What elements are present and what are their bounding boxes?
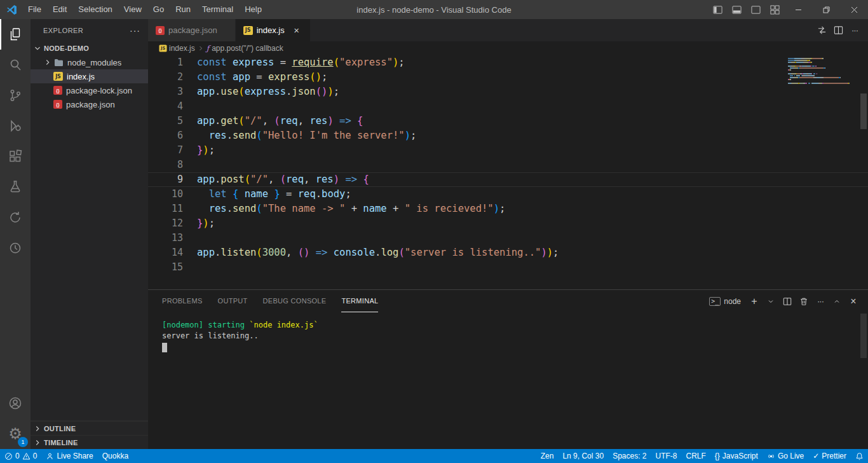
activity-accounts[interactable] (0, 388, 31, 418)
tab-package-json[interactable]: {} package.json (148, 19, 236, 41)
quokka-status[interactable]: Quokka (98, 449, 133, 463)
code-line-3[interactable]: 3app.use(express.json()); (148, 85, 868, 99)
minimap-line (788, 66, 859, 67)
beaker-icon (8, 179, 23, 195)
notifications-status[interactable] (851, 449, 868, 463)
tree-item-index-js[interactable]: JS index.js (31, 69, 148, 83)
timeline-section[interactable]: TIMELINE (31, 435, 148, 449)
toggle-panel-icon[interactable] (727, 0, 746, 19)
breadcrumb-file[interactable]: index.js (169, 44, 195, 53)
activity-testing[interactable] (0, 172, 31, 202)
split-terminal-icon[interactable] (780, 294, 794, 308)
outline-section[interactable]: OUTLINE (31, 421, 148, 435)
panel-tab-terminal[interactable]: TERMINAL (341, 291, 378, 312)
code-line-4[interactable]: 4 (148, 99, 868, 114)
breadcrumb-symbol[interactable]: app.post("/") callback (212, 44, 283, 53)
menu-view[interactable]: View (118, 0, 147, 19)
code-line-13[interactable]: 13 (148, 231, 868, 245)
tree-item-package-json[interactable]: {} package.json (31, 97, 148, 111)
panel-tab-problems[interactable]: PROBLEMS (162, 291, 203, 312)
minimize-button[interactable] (784, 0, 812, 19)
code-line-6[interactable]: 6 res.send("Hello! I'm the server!"); (148, 128, 868, 143)
terminal-shell-picker[interactable]: >_ node (709, 297, 741, 306)
code-line-10[interactable]: 10 let { name } = req.body; (148, 187, 868, 202)
go-live-status[interactable]: Go Live (763, 449, 808, 463)
menu-help[interactable]: Help (239, 0, 268, 19)
code-line-12[interactable]: 12}); (148, 216, 868, 231)
problems-status[interactable]: 0 0 (0, 449, 41, 463)
minimap-line (788, 62, 859, 63)
activity-bar: ⚙ 1 (0, 19, 31, 449)
indentation-status[interactable]: Spaces: 2 (608, 449, 651, 463)
toggle-primary-sidebar-icon[interactable] (708, 0, 727, 19)
code-line-5[interactable]: 5app.get("/", (req, res) => { (148, 114, 868, 128)
menu-bar: File Edit Selection View Go Run Terminal… (22, 0, 268, 19)
activity-run-debug[interactable] (0, 111, 31, 141)
menu-go[interactable]: Go (147, 0, 170, 19)
tab-index-js[interactable]: JS index.js × (236, 19, 311, 41)
terminal[interactable]: [nodemon] starting `node index.js`server… (148, 312, 868, 449)
maximize-panel-icon[interactable] (830, 294, 844, 308)
activity-search[interactable] (0, 50, 31, 80)
language-status[interactable]: {} JavaScript (710, 449, 763, 463)
panel-tab-debug-console[interactable]: DEBUG CONSOLE (263, 291, 327, 312)
menu-terminal[interactable]: Terminal (196, 0, 239, 19)
code-line-9[interactable]: 9app.post("/", (req, res) => { (148, 172, 868, 187)
tree-root-node-demo[interactable]: NODE-DEMO (31, 41, 148, 55)
split-editor-icon[interactable] (830, 22, 846, 39)
open-changes-icon[interactable] (813, 22, 830, 39)
activity-live-share[interactable] (0, 202, 31, 233)
close-button[interactable] (840, 0, 868, 19)
live-share-status[interactable]: Live Share (41, 449, 97, 463)
activity-settings[interactable]: ⚙ 1 (0, 418, 31, 449)
panel-scrollbar[interactable] (860, 314, 867, 358)
code-line-1[interactable]: 1const express = require("express"); (148, 55, 868, 70)
line-number: 10 (148, 187, 183, 202)
tree-item-package-lock-json[interactable]: {} package-lock.json (31, 83, 148, 97)
explorer-more-actions-icon[interactable]: ··· (130, 25, 140, 36)
menu-run[interactable]: Run (170, 0, 196, 19)
encoding-status[interactable]: UTF-8 (651, 449, 682, 463)
cursor-position-status[interactable]: Ln 9, Col 30 (558, 449, 608, 463)
more-actions-icon[interactable]: ··· (846, 22, 863, 39)
activity-source-control[interactable] (0, 80, 31, 111)
code-line-11[interactable]: 11 res.send("The name -> " + name + " is… (148, 202, 868, 216)
menu-selection[interactable]: Selection (72, 0, 118, 19)
eol-status[interactable]: CRLF (682, 449, 710, 463)
terminal-dropdown-icon[interactable] (764, 294, 778, 308)
settings-badge: 1 (18, 437, 28, 447)
close-panel-icon[interactable]: × (846, 294, 860, 308)
menu-file[interactable]: File (22, 0, 47, 19)
code-line-14[interactable]: 14app.listen(3000, () => console.log("se… (148, 245, 868, 260)
code-line-15[interactable]: 15 (148, 260, 868, 275)
toggle-secondary-sidebar-icon[interactable] (746, 0, 765, 19)
close-tab-icon[interactable]: × (291, 25, 302, 36)
code-text: const app = express(); (197, 70, 327, 85)
code-line-2[interactable]: 2const app = express(); (148, 70, 868, 85)
activity-explorer[interactable] (0, 19, 31, 50)
editor-scrollbar[interactable] (859, 55, 868, 289)
menu-edit[interactable]: Edit (47, 0, 72, 19)
prettier-status[interactable]: ✓ Prettier (808, 449, 851, 463)
activity-quokka[interactable] (0, 233, 31, 263)
code-editor[interactable]: 1const express = require("express");2con… (148, 55, 868, 289)
new-terminal-icon[interactable]: + (747, 294, 761, 308)
minimap[interactable] (788, 58, 859, 86)
code-text: res.send("The name -> " + name + " is re… (197, 202, 505, 216)
code-line-8[interactable]: 8 (148, 158, 868, 172)
code-text: app.post("/", (req, res) => { (197, 172, 369, 187)
tree-item-node-modules[interactable]: node_modules (31, 55, 148, 69)
kill-terminal-icon[interactable] (797, 294, 811, 308)
folder-icon (54, 59, 64, 67)
line-number: 5 (148, 114, 183, 128)
line-number: 7 (148, 143, 183, 158)
panel-tab-output[interactable]: OUTPUT (218, 291, 248, 312)
zen-status[interactable]: Zen (536, 449, 559, 463)
panel-more-actions-icon[interactable]: ··· (813, 294, 827, 308)
chevron-right-icon (33, 438, 42, 447)
code-line-7[interactable]: 7}); (148, 143, 868, 158)
restore-button[interactable] (812, 0, 840, 19)
activity-extensions[interactable] (0, 141, 31, 172)
scrollbar-thumb[interactable] (860, 93, 867, 129)
customize-layout-icon[interactable] (765, 0, 784, 19)
